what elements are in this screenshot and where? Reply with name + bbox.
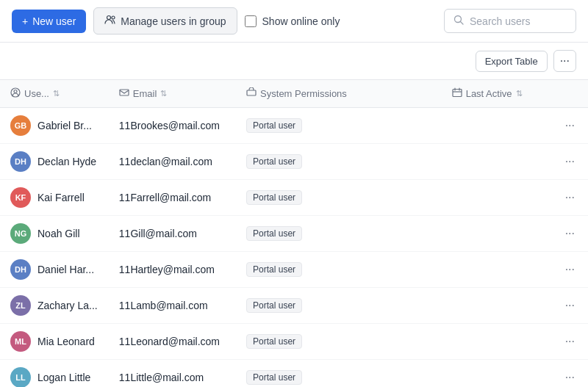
calendar-icon [452, 87, 462, 100]
user-cell: ZL Zachary La... [0, 288, 109, 324]
last-active-cell [442, 288, 552, 324]
row-more-button[interactable]: ··· [562, 369, 578, 386]
avatar: ML [10, 331, 31, 352]
user-cell: NG Noah Gill [0, 216, 109, 252]
col-header-permissions[interactable]: System Permissions [236, 80, 442, 108]
last-active-cell [442, 216, 552, 252]
avatar: NG [10, 223, 31, 244]
avatar: ZL [10, 295, 31, 316]
last-active-cell [442, 180, 552, 216]
more-options-icon: ··· [560, 54, 570, 67]
more-options-button[interactable]: ··· [553, 50, 576, 72]
row-more-button[interactable]: ··· [562, 153, 578, 170]
row-more-button[interactable]: ··· [562, 117, 578, 134]
permission-badge: Portal user [246, 190, 302, 205]
actions-cell: ··· [552, 180, 588, 216]
email-cell: 11Little@mail.com [109, 360, 236, 388]
avatar: DH [10, 259, 31, 280]
email-cell: 11Gill@mail.com [109, 216, 236, 252]
table-row: NG Noah Gill 11Gill@mail.com Portal user… [0, 216, 588, 252]
search-input[interactable] [470, 15, 567, 27]
row-more-button[interactable]: ··· [562, 333, 578, 350]
manage-group-button[interactable]: Manage users in group [93, 7, 237, 35]
user-name: Daniel Har... [37, 264, 94, 275]
search-icon [453, 15, 464, 27]
last-active-cell [442, 108, 552, 144]
table-row: DH Declan Hyde 11declan@mail.com Portal … [0, 144, 588, 180]
col-permissions-label: System Permissions [260, 88, 347, 99]
table-row: KF Kai Farrell 11Farrell@mail.com Portal… [0, 180, 588, 216]
last-active-cell [442, 144, 552, 180]
row-more-button[interactable]: ··· [562, 225, 578, 242]
avatar: DH [10, 151, 31, 172]
actions-cell: ··· [552, 108, 588, 144]
user-cell: GB Gabriel Br... [0, 108, 109, 144]
permission-badge: Portal user [246, 226, 302, 241]
svg-point-0 [107, 16, 111, 20]
user-name: Gabriel Br... [37, 120, 92, 131]
col-header-user[interactable]: Use... ⇅ [0, 80, 109, 108]
col-user-label: Use... [24, 88, 49, 99]
email-cell: 11Hartley@mail.com [109, 252, 236, 288]
permission-badge: Portal user [246, 262, 302, 277]
show-online-label: Show online only [262, 15, 340, 27]
svg-rect-7 [453, 90, 462, 97]
last-active-sort-icon: ⇅ [516, 89, 523, 98]
actions-cell: ··· [552, 252, 588, 288]
user-cell: DH Declan Hyde [0, 144, 109, 180]
permission-badge: Portal user [246, 370, 302, 385]
user-sort-icon: ⇅ [53, 89, 60, 98]
user-circle-icon [10, 87, 21, 100]
svg-point-1 [112, 16, 115, 19]
permission-cell: Portal user [236, 144, 442, 180]
table-row: DH Daniel Har... 11Hartley@mail.com Port… [0, 252, 588, 288]
user-cell: DH Daniel Har... [0, 252, 109, 288]
email-cell: 11Farrell@mail.com [109, 180, 236, 216]
email-sort-icon: ⇅ [160, 89, 167, 98]
col-last-active-label: Last Active [466, 88, 512, 99]
permission-cell: Portal user [236, 252, 442, 288]
last-active-cell [442, 360, 552, 388]
actions-cell: ··· [552, 288, 588, 324]
user-name: Noah Gill [37, 228, 80, 239]
user-name: Zachary La... [37, 300, 98, 311]
new-user-label: New user [32, 15, 76, 27]
row-more-button[interactable]: ··· [562, 297, 578, 314]
user-name: Mia Leonard [37, 336, 95, 347]
col-header-last-active[interactable]: Last Active ⇅ [442, 80, 552, 108]
user-name: Declan Hyde [37, 156, 96, 167]
table-row: GB Gabriel Br... 11Brookes@mail.com Port… [0, 108, 588, 144]
user-group-icon [104, 14, 116, 28]
col-email-label: Email [133, 88, 157, 99]
last-active-cell [442, 252, 552, 288]
permission-cell: Portal user [236, 216, 442, 252]
export-table-button[interactable]: Export Table [476, 51, 548, 72]
new-user-button[interactable]: + New user [12, 10, 86, 33]
table-header-row: Use... ⇅ Email ⇅ [0, 80, 588, 108]
avatar: GB [10, 115, 31, 136]
user-name: Kai Farrell [37, 192, 85, 203]
last-active-cell [442, 324, 552, 360]
table-row: ML Mia Leonard 11Leonard@mail.com Portal… [0, 324, 588, 360]
email-cell: 11Leonard@mail.com [109, 324, 236, 360]
user-cell: LL Logan Little [0, 360, 109, 388]
permission-badge: Portal user [246, 334, 302, 349]
user-name: Logan Little [37, 372, 90, 383]
row-more-button[interactable]: ··· [562, 261, 578, 278]
actions-bar: Export Table ··· [0, 43, 588, 80]
avatar: KF [10, 187, 31, 208]
user-cell: KF Kai Farrell [0, 180, 109, 216]
col-header-email[interactable]: Email ⇅ [109, 80, 236, 108]
permission-cell: Portal user [236, 108, 442, 144]
svg-rect-5 [120, 90, 129, 95]
permission-cell: Portal user [236, 288, 442, 324]
row-more-button[interactable]: ··· [562, 189, 578, 206]
actions-cell: ··· [552, 216, 588, 252]
plus-icon: + [22, 15, 28, 27]
permissions-icon [246, 87, 257, 100]
show-online-checkbox[interactable] [245, 15, 257, 27]
permission-badge: Portal user [246, 298, 302, 313]
table-row: ZL Zachary La... 11Lamb@mail.com Portal … [0, 288, 588, 324]
show-online-checkbox-label[interactable]: Show online only [245, 15, 340, 27]
svg-point-4 [14, 90, 17, 93]
